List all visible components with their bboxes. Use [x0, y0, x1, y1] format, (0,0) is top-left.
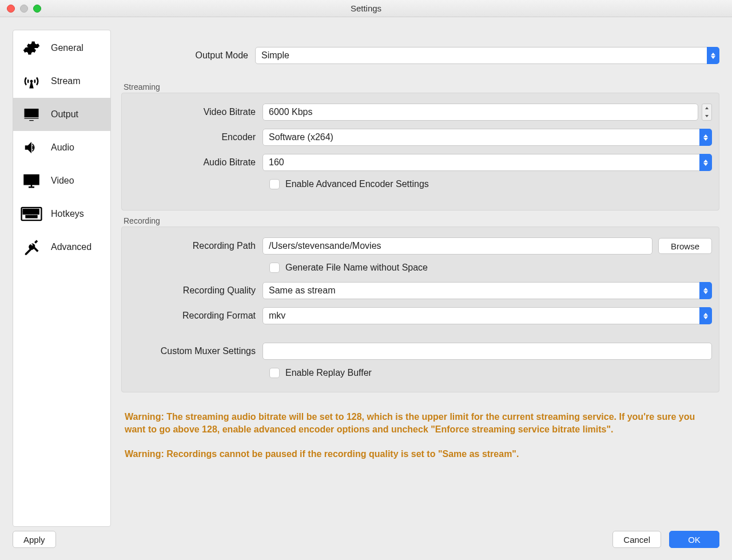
recording-format-label: Recording Format: [129, 311, 262, 321]
cancel-button[interactable]: Cancel: [612, 531, 661, 548]
titlebar: Settings: [0, 0, 732, 17]
encoder-select[interactable]: Software (x264): [262, 129, 712, 146]
speaker-icon: [20, 139, 43, 156]
sidebar-item-label: General: [51, 43, 83, 53]
enable-advanced-encoder-checkbox[interactable]: [269, 179, 280, 189]
sidebar-item-label: Advanced: [51, 242, 92, 252]
minimize-window-button[interactable]: [20, 5, 28, 13]
sidebar-item-label: Stream: [51, 76, 81, 86]
dropdown-arrows-icon: [699, 307, 712, 324]
settings-sidebar: General Stream Output Audio Video: [13, 30, 111, 527]
dropdown-arrows-icon: [699, 129, 712, 146]
ok-button[interactable]: OK: [669, 531, 719, 548]
sidebar-item-stream[interactable]: Stream: [13, 65, 110, 98]
custom-muxer-label: Custom Muxer Settings: [129, 346, 262, 356]
sidebar-item-video[interactable]: Video: [13, 164, 110, 197]
svg-rect-15: [37, 212, 39, 214]
traffic-lights: [0, 5, 41, 13]
svg-rect-4: [23, 209, 25, 211]
warning-recording-pause: Warning: Recordings cannot be paused if …: [125, 448, 716, 460]
enable-advanced-encoder-label: Enable Advanced Encoder Settings: [285, 179, 429, 189]
svg-rect-13: [31, 212, 33, 214]
recording-format-select[interactable]: mkv: [262, 307, 712, 324]
apply-button[interactable]: Apply: [13, 531, 56, 548]
video-bitrate-label: Video Bitrate: [129, 107, 262, 117]
svg-rect-12: [29, 212, 30, 214]
settings-panel-output: Output Mode Simple Streaming Video Bitra…: [121, 30, 719, 527]
tools-icon: [20, 239, 43, 256]
svg-rect-5: [26, 209, 28, 211]
svg-rect-9: [37, 209, 39, 211]
dropdown-arrows-icon: [707, 47, 719, 64]
svg-rect-6: [29, 209, 30, 211]
recording-quality-select[interactable]: Same as stream: [262, 282, 712, 299]
monitor-icon: [20, 172, 43, 189]
sidebar-item-audio[interactable]: Audio: [13, 131, 110, 164]
svg-rect-11: [26, 212, 28, 214]
output-mode-label: Output Mode: [121, 50, 255, 61]
browse-button[interactable]: Browse: [658, 238, 712, 254]
video-bitrate-stepper[interactable]: [702, 104, 712, 121]
streaming-section-label: Streaming: [124, 82, 719, 92]
enable-replay-buffer-label: Enable Replay Buffer: [285, 368, 372, 378]
video-bitrate-input[interactable]: 6000 Kbps: [262, 104, 698, 121]
svg-rect-14: [34, 212, 36, 214]
recording-path-input[interactable]: /Users/stevensande/Movies: [262, 237, 653, 255]
recording-section-label: Recording: [124, 216, 719, 225]
sidebar-item-label: Output: [51, 109, 78, 120]
filename-no-space-checkbox[interactable]: [269, 263, 280, 273]
svg-rect-10: [23, 212, 25, 214]
svg-rect-7: [31, 209, 33, 211]
recording-quality-label: Recording Quality: [129, 285, 262, 296]
sidebar-item-label: Hotkeys: [51, 209, 84, 219]
recording-path-label: Recording Path: [129, 241, 262, 251]
window-title: Settings: [0, 3, 732, 13]
encoder-label: Encoder: [129, 132, 262, 142]
warnings-area: Warning: The streaming audio bitrate wil…: [121, 411, 719, 472]
audio-bitrate-select[interactable]: 160: [262, 154, 712, 171]
recording-section: Recording Path /Users/stevensande/Movies…: [121, 227, 719, 392]
output-mode-select[interactable]: Simple: [255, 47, 719, 64]
gear-icon: [20, 39, 43, 57]
audio-bitrate-label: Audio Bitrate: [129, 157, 262, 168]
antenna-icon: [20, 73, 43, 90]
sidebar-item-output[interactable]: Output: [13, 98, 110, 131]
sidebar-item-hotkeys[interactable]: Hotkeys: [13, 197, 110, 231]
filename-no-space-label: Generate File Name without Space: [285, 263, 428, 273]
dropdown-arrows-icon: [699, 282, 712, 299]
svg-rect-0: [25, 175, 39, 184]
enable-replay-buffer-checkbox[interactable]: [269, 368, 280, 378]
output-mode-value: Simple: [261, 50, 289, 61]
keyboard-icon: [20, 205, 43, 223]
dialog-footer: Apply Cancel OK: [0, 527, 732, 560]
custom-muxer-input[interactable]: [262, 343, 712, 360]
sidebar-item-label: Audio: [51, 142, 74, 153]
zoom-window-button[interactable]: [33, 5, 41, 13]
streaming-section: Video Bitrate 6000 Kbps Encoder Software…: [121, 93, 719, 211]
sidebar-item-label: Video: [51, 176, 74, 186]
close-window-button[interactable]: [7, 5, 15, 13]
svg-rect-8: [34, 209, 36, 211]
sidebar-item-general[interactable]: General: [13, 31, 110, 65]
sidebar-item-advanced[interactable]: Advanced: [13, 231, 110, 264]
warning-audio-bitrate: Warning: The streaming audio bitrate wil…: [125, 411, 716, 436]
monitor-arrow-icon: [20, 106, 43, 123]
svg-rect-16: [26, 216, 37, 217]
dropdown-arrows-icon: [699, 154, 712, 171]
